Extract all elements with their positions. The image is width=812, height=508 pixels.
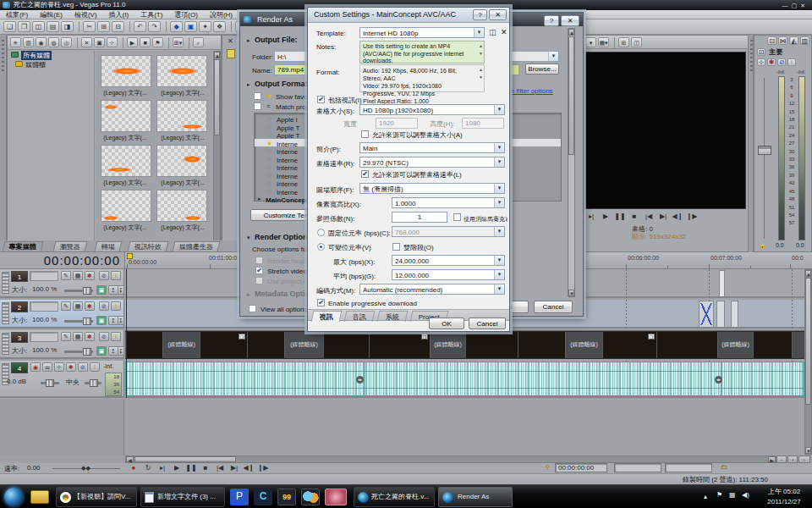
frame-rate-combo[interactable]: 29.970 (NTSC)▼: [359, 157, 505, 168]
loop-playback-button[interactable]: ↻: [141, 463, 155, 473]
selection-start-field[interactable]: [614, 463, 661, 472]
render-as-help-button[interactable]: ?: [544, 15, 559, 26]
cs-tab-video[interactable]: 視訊: [311, 311, 343, 322]
browse-button[interactable]: Browse...: [525, 64, 559, 75]
bus-mute-icon[interactable]: ⊘: [777, 58, 786, 66]
track-mute-icon[interactable]: ⊘: [99, 332, 109, 341]
timeline-marker-flag[interactable]: [127, 253, 133, 259]
section-output-format[interactable]: Output Format:: [255, 80, 310, 88]
taskbar-pptv-icon[interactable]: P: [230, 489, 249, 505]
mixer-properties-icon[interactable]: ▥: [800, 36, 809, 45]
event-fx-badge[interactable]: ❑: [648, 334, 655, 340]
cs-cancel-button[interactable]: Cancel: [469, 318, 506, 329]
track-mute-icon[interactable]: ⊘: [78, 362, 88, 372]
close-panel-icon[interactable]: ✕: [228, 37, 233, 45]
track-automation-icon[interactable]: ✎: [61, 332, 71, 341]
composite-mode-icon[interactable]: ▣: [96, 346, 107, 356]
taskbar-notepad-window[interactable]: 新增文字文件 (3) ...: [140, 487, 225, 507]
match-project-checkbox[interactable]: [254, 102, 261, 110]
track-fx-icon[interactable]: ✛: [54, 362, 64, 372]
close-button[interactable]: ✕: [800, 3, 809, 8]
composite-mode-icon[interactable]: ▣: [96, 316, 107, 325]
menu-options[interactable]: 選項(O): [174, 11, 198, 19]
cs-ok-button[interactable]: OK: [429, 318, 464, 329]
tab-project-media[interactable]: 專案媒體: [3, 241, 44, 251]
media-thumb[interactable]: [101, 190, 151, 222]
cut-icon[interactable]: ✂: [83, 21, 96, 32]
mixer-downmix-icon[interactable]: ◭: [789, 36, 798, 45]
comp-child-icon[interactable]: ↧: [118, 346, 124, 356]
profile-combo[interactable]: Main▼: [359, 142, 505, 153]
taskbar-recorder-icon[interactable]: [325, 489, 347, 505]
autoripple-icon[interactable]: ▣: [184, 21, 197, 32]
show-favorites-checkbox[interactable]: [254, 92, 261, 100]
zoom-out-icon[interactable]: −: [776, 456, 787, 463]
composite-mode-icon[interactable]: ▣: [96, 285, 107, 295]
taskbar-render-as-window[interactable]: Render As: [438, 487, 513, 507]
preview-stop[interactable]: ■: [628, 212, 641, 222]
track-fx-icon[interactable]: ✱: [85, 271, 95, 280]
field-order-combo[interactable]: 無 (漸層掃描)▼: [359, 183, 505, 194]
pause-button[interactable]: ❚❚: [184, 463, 198, 473]
track-size-value[interactable]: 100.0 %: [32, 316, 57, 323]
preview-quality-dropdown[interactable]: ▾: [585, 37, 596, 47]
stretch-video-checkbox[interactable]: ✔: [255, 267, 263, 274]
height-field[interactable]: 1080: [462, 118, 504, 129]
track-level-slider[interactable]: [64, 351, 93, 353]
timeline-event-small[interactable]: [719, 270, 725, 297]
capture-video-icon[interactable]: ▥: [23, 37, 34, 47]
audio-fade-handle[interactable]: ◂▸: [356, 376, 364, 384]
media-thumb[interactable]: [101, 55, 151, 87]
bus-fx-icon[interactable]: ⊹: [757, 58, 765, 66]
cbr-radio[interactable]: [317, 229, 325, 236]
flag-icon[interactable]: ⚑: [152, 37, 163, 47]
tab-transitions[interactable]: 轉場: [95, 241, 123, 251]
render-cancel-button[interactable]: Cancel: [534, 301, 573, 313]
undo-icon[interactable]: ↶: [134, 21, 146, 32]
track-fx-icon[interactable]: ✱: [85, 332, 95, 341]
tray-flag-icon[interactable]: ⚑: [716, 491, 722, 499]
track-grip[interactable]: [2, 272, 9, 294]
track-header-3[interactable]: 3 ✎▦✱⊘! 大小: 100.0 % ▣↥↧: [0, 330, 124, 359]
encode-mode-combo[interactable]: Automatic (recommended)▼: [359, 284, 505, 295]
copy-icon[interactable]: ⊞: [97, 21, 110, 32]
timeline-vscrollbar[interactable]: ▲ ▼: [804, 269, 812, 455]
preview-prev-frame[interactable]: ◀❙: [671, 212, 684, 222]
track-fx-icon[interactable]: ✱: [85, 301, 95, 311]
frame-size-combo[interactable]: HD 1080p (1920x1080)▼: [359, 104, 505, 115]
zoom-in-icon[interactable]: ＋: [787, 456, 798, 463]
allow-fps-checkbox[interactable]: ✔: [361, 170, 369, 178]
track-grip[interactable]: [2, 302, 9, 324]
taskbar-explorer-icon[interactable]: [30, 490, 49, 504]
media-panel-drag-handle[interactable]: [0, 35, 7, 252]
preview-pause[interactable]: ❚❚: [613, 212, 627, 222]
track-solo-icon[interactable]: !: [111, 332, 121, 341]
bus-solo-icon[interactable]: !: [787, 58, 796, 66]
preview-go-end[interactable]: ▶|: [656, 212, 670, 222]
preview-play-from-start[interactable]: ▸|: [584, 212, 598, 222]
save-template-icon[interactable]: ◫: [489, 28, 497, 36]
overlay-grid-icon[interactable]: ▦▾: [598, 37, 609, 47]
menu-tools[interactable]: 工具(T): [140, 11, 162, 19]
cs-close-button[interactable]: ✕: [489, 9, 507, 20]
extract-audio-icon[interactable]: ◉: [36, 37, 47, 47]
import-media-icon[interactable]: ✳: [10, 37, 21, 47]
render-as-close-button[interactable]: ✕: [561, 15, 579, 26]
event-fx-badge[interactable]: ❑: [421, 334, 428, 340]
allow-resize-checkbox[interactable]: [361, 130, 369, 138]
play-media-icon[interactable]: ▶: [127, 37, 138, 47]
event-fx-badge[interactable]: ❑: [239, 334, 245, 340]
video-event-row[interactable]: (媒體離線) ❑ (媒體離線) ❑ (媒體離線) (媒體離線) ❑ (媒體離線): [125, 330, 804, 359]
menu-file[interactable]: 檔案(F): [6, 11, 28, 19]
track-level-slider[interactable]: [64, 290, 93, 292]
preview-next-frame[interactable]: ❙▶: [685, 212, 699, 222]
big-time-display[interactable]: 00:00:00:00: [44, 253, 120, 268]
taskbar-app-c-icon[interactable]: C: [254, 489, 272, 505]
timeline-event-small[interactable]: [716, 301, 725, 328]
timeline-empty-area[interactable]: [125, 400, 804, 456]
media-thumb[interactable]: [101, 100, 151, 132]
tab-video-fx[interactable]: 視訊特效: [128, 241, 169, 251]
media-thumb[interactable]: [156, 100, 207, 132]
track-level-slider[interactable]: [64, 320, 93, 323]
include-video-checkbox[interactable]: ✔: [317, 96, 325, 103]
